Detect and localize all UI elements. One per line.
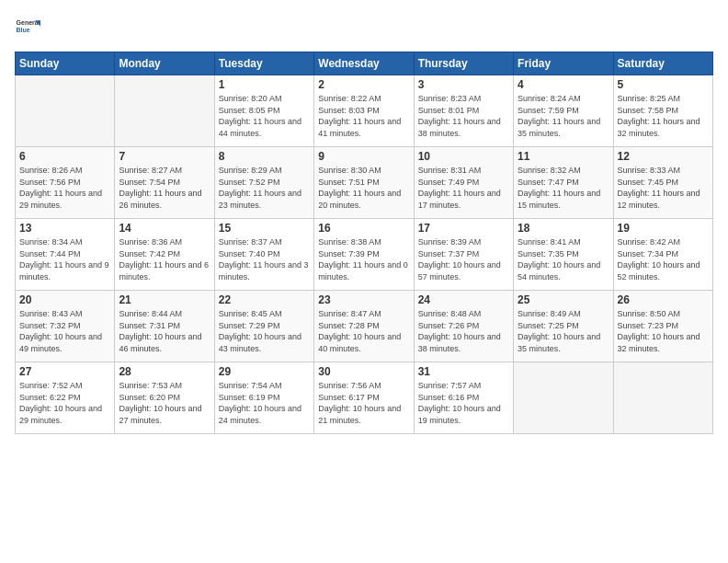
page-container: General Blue SundayMondayTuesdayWednesda…	[0, 0, 728, 442]
calendar-cell: 7Sunrise: 8:27 AMSunset: 7:54 PMDaylight…	[115, 147, 214, 219]
calendar-cell: 5Sunrise: 8:25 AMSunset: 7:58 PMDaylight…	[613, 75, 712, 147]
calendar-cell: 26Sunrise: 8:50 AMSunset: 7:23 PMDayligh…	[613, 291, 712, 362]
day-info: Sunrise: 7:57 AMSunset: 6:16 PMDaylight:…	[418, 380, 509, 426]
calendar-cell: 24Sunrise: 8:48 AMSunset: 7:26 PMDayligh…	[414, 291, 513, 362]
day-number: 23	[318, 293, 409, 306]
calendar-cell: 10Sunrise: 8:31 AMSunset: 7:49 PMDayligh…	[414, 147, 513, 219]
calendar-cell: 20Sunrise: 8:43 AMSunset: 7:32 PMDayligh…	[16, 291, 115, 362]
day-info: Sunrise: 8:50 AMSunset: 7:23 PMDaylight:…	[618, 308, 709, 354]
weekday-header-row: SundayMondayTuesdayWednesdayThursdayFrid…	[16, 52, 713, 75]
day-number: 31	[418, 365, 509, 378]
day-number: 25	[518, 293, 609, 306]
calendar-cell: 2Sunrise: 8:22 AMSunset: 8:03 PMDaylight…	[314, 75, 414, 147]
calendar-cell: 6Sunrise: 8:26 AMSunset: 7:56 PMDaylight…	[16, 147, 115, 219]
calendar-cell: 22Sunrise: 8:45 AMSunset: 7:29 PMDayligh…	[214, 291, 313, 362]
day-info: Sunrise: 8:37 AMSunset: 7:40 PMDaylight:…	[219, 236, 310, 282]
calendar-cell: 18Sunrise: 8:41 AMSunset: 7:35 PMDayligh…	[514, 219, 613, 291]
calendar-week-4: 20Sunrise: 8:43 AMSunset: 7:32 PMDayligh…	[16, 291, 713, 362]
calendar-cell: 9Sunrise: 8:30 AMSunset: 7:51 PMDaylight…	[314, 147, 414, 219]
day-number: 22	[219, 293, 310, 306]
day-number: 16	[318, 222, 409, 235]
calendar-cell: 19Sunrise: 8:42 AMSunset: 7:34 PMDayligh…	[613, 219, 712, 291]
calendar-cell: 25Sunrise: 8:49 AMSunset: 7:25 PMDayligh…	[514, 291, 613, 362]
calendar-table: SundayMondayTuesdayWednesdayThursdayFrid…	[15, 52, 713, 434]
day-info: Sunrise: 8:32 AMSunset: 7:47 PMDaylight:…	[518, 165, 609, 211]
day-number: 15	[219, 222, 310, 235]
day-number: 29	[219, 365, 310, 378]
svg-text:General: General	[17, 19, 40, 26]
day-number: 5	[618, 78, 709, 91]
calendar-cell: 21Sunrise: 8:44 AMSunset: 7:31 PMDayligh…	[115, 291, 214, 362]
logo: General Blue	[15, 15, 40, 40]
day-number: 11	[518, 150, 609, 163]
day-number: 1	[219, 78, 310, 91]
calendar-cell	[613, 362, 712, 434]
day-info: Sunrise: 8:42 AMSunset: 7:34 PMDaylight:…	[618, 236, 709, 282]
calendar-cell: 13Sunrise: 8:34 AMSunset: 7:44 PMDayligh…	[16, 219, 115, 291]
day-number: 27	[19, 365, 110, 378]
calendar-cell: 23Sunrise: 8:47 AMSunset: 7:28 PMDayligh…	[314, 291, 414, 362]
day-info: Sunrise: 8:49 AMSunset: 7:25 PMDaylight:…	[518, 308, 609, 354]
calendar-body: 1Sunrise: 8:20 AMSunset: 8:05 PMDaylight…	[16, 75, 713, 434]
day-info: Sunrise: 7:54 AMSunset: 6:19 PMDaylight:…	[219, 380, 310, 426]
logo-icon: General Blue	[15, 15, 40, 40]
day-number: 17	[418, 222, 509, 235]
day-info: Sunrise: 8:33 AMSunset: 7:45 PMDaylight:…	[618, 165, 709, 211]
day-number: 13	[19, 222, 110, 235]
day-number: 30	[318, 365, 409, 378]
calendar-cell: 17Sunrise: 8:39 AMSunset: 7:37 PMDayligh…	[414, 219, 513, 291]
day-info: Sunrise: 8:41 AMSunset: 7:35 PMDaylight:…	[518, 236, 609, 282]
day-info: Sunrise: 8:20 AMSunset: 8:05 PMDaylight:…	[219, 93, 310, 139]
day-info: Sunrise: 8:22 AMSunset: 8:03 PMDaylight:…	[318, 93, 409, 139]
calendar-cell: 29Sunrise: 7:54 AMSunset: 6:19 PMDayligh…	[214, 362, 313, 434]
svg-text:Blue: Blue	[17, 27, 30, 33]
calendar-cell: 14Sunrise: 8:36 AMSunset: 7:42 PMDayligh…	[115, 219, 214, 291]
weekday-tuesday: Tuesday	[214, 52, 313, 75]
calendar-cell: 15Sunrise: 8:37 AMSunset: 7:40 PMDayligh…	[214, 219, 313, 291]
day-info: Sunrise: 8:25 AMSunset: 7:58 PMDaylight:…	[618, 93, 709, 139]
calendar-week-2: 6Sunrise: 8:26 AMSunset: 7:56 PMDaylight…	[16, 147, 713, 219]
calendar-week-1: 1Sunrise: 8:20 AMSunset: 8:05 PMDaylight…	[16, 75, 713, 147]
weekday-saturday: Saturday	[613, 52, 712, 75]
calendar-cell: 31Sunrise: 7:57 AMSunset: 6:16 PMDayligh…	[414, 362, 513, 434]
calendar-cell: 4Sunrise: 8:24 AMSunset: 7:59 PMDaylight…	[514, 75, 613, 147]
day-number: 10	[418, 150, 509, 163]
day-number: 28	[119, 365, 210, 378]
calendar-cell	[514, 362, 613, 434]
day-info: Sunrise: 8:34 AMSunset: 7:44 PMDaylight:…	[19, 236, 110, 282]
calendar-week-3: 13Sunrise: 8:34 AMSunset: 7:44 PMDayligh…	[16, 219, 713, 291]
day-info: Sunrise: 7:53 AMSunset: 6:20 PMDaylight:…	[119, 380, 210, 426]
day-info: Sunrise: 8:31 AMSunset: 7:49 PMDaylight:…	[418, 165, 509, 211]
day-info: Sunrise: 8:45 AMSunset: 7:29 PMDaylight:…	[219, 308, 310, 354]
weekday-friday: Friday	[514, 52, 613, 75]
day-info: Sunrise: 8:30 AMSunset: 7:51 PMDaylight:…	[318, 165, 409, 211]
day-info: Sunrise: 7:52 AMSunset: 6:22 PMDaylight:…	[19, 380, 110, 426]
day-info: Sunrise: 8:26 AMSunset: 7:56 PMDaylight:…	[19, 165, 110, 211]
day-number: 18	[518, 222, 609, 235]
day-info: Sunrise: 8:48 AMSunset: 7:26 PMDaylight:…	[418, 308, 509, 354]
day-info: Sunrise: 8:39 AMSunset: 7:37 PMDaylight:…	[418, 236, 509, 282]
calendar-cell	[115, 75, 214, 147]
day-info: Sunrise: 8:36 AMSunset: 7:42 PMDaylight:…	[119, 236, 210, 282]
day-info: Sunrise: 8:23 AMSunset: 8:01 PMDaylight:…	[418, 93, 509, 139]
day-number: 14	[119, 222, 210, 235]
calendar-cell: 30Sunrise: 7:56 AMSunset: 6:17 PMDayligh…	[314, 362, 414, 434]
calendar-cell: 12Sunrise: 8:33 AMSunset: 7:45 PMDayligh…	[613, 147, 712, 219]
day-info: Sunrise: 8:24 AMSunset: 7:59 PMDaylight:…	[518, 93, 609, 139]
day-info: Sunrise: 7:56 AMSunset: 6:17 PMDaylight:…	[318, 380, 409, 426]
day-info: Sunrise: 8:38 AMSunset: 7:39 PMDaylight:…	[318, 236, 409, 282]
day-info: Sunrise: 8:43 AMSunset: 7:32 PMDaylight:…	[19, 308, 110, 354]
day-info: Sunrise: 8:29 AMSunset: 7:52 PMDaylight:…	[219, 165, 310, 211]
calendar-cell: 16Sunrise: 8:38 AMSunset: 7:39 PMDayligh…	[314, 219, 414, 291]
day-number: 21	[119, 293, 210, 306]
weekday-thursday: Thursday	[414, 52, 513, 75]
day-number: 20	[19, 293, 110, 306]
day-info: Sunrise: 8:47 AMSunset: 7:28 PMDaylight:…	[318, 308, 409, 354]
day-number: 24	[418, 293, 509, 306]
calendar-cell: 27Sunrise: 7:52 AMSunset: 6:22 PMDayligh…	[16, 362, 115, 434]
day-number: 12	[618, 150, 709, 163]
day-number: 8	[219, 150, 310, 163]
weekday-wednesday: Wednesday	[314, 52, 414, 75]
calendar-cell	[16, 75, 115, 147]
day-number: 19	[618, 222, 709, 235]
